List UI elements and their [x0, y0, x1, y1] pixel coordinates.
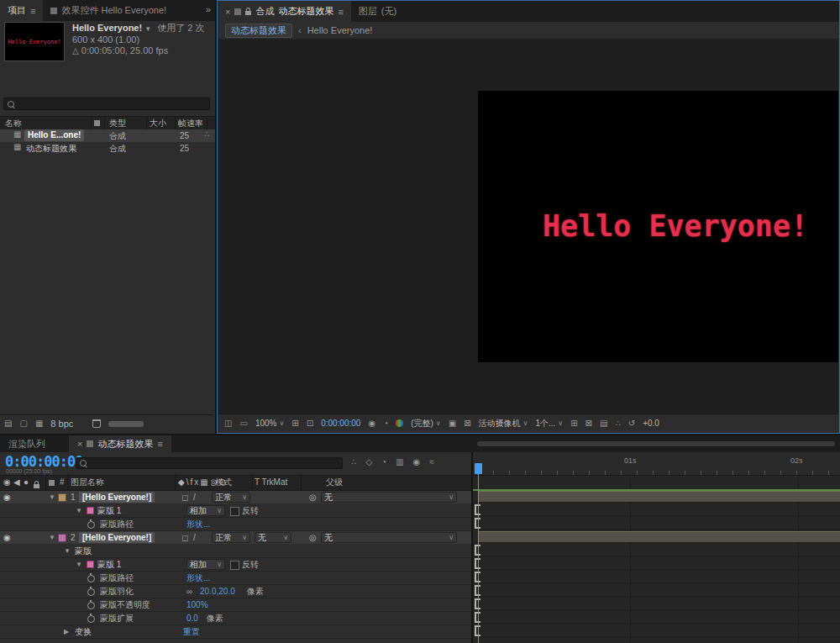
twirl-down-icon[interactable]: ▼ — [76, 558, 82, 572]
column-size[interactable]: 大小 — [150, 117, 166, 130]
camera-view-dropdown[interactable]: 活动摄像机 ∨ — [479, 418, 528, 430]
fast-preview-icon[interactable]: ⊠ — [585, 419, 592, 428]
tab-layer[interactable]: 图层 (无) — [351, 1, 404, 22]
property-row-mask-opacity[interactable]: 蒙版不透明度 100% — [0, 598, 471, 612]
composition-flowchart-icon[interactable]: ∴ — [204, 130, 209, 139]
track-row[interactable] — [473, 556, 840, 570]
always-preview-icon[interactable]: ◫ — [224, 419, 232, 428]
draft-3d-icon[interactable]: ◇ — [365, 458, 372, 466]
composition-canvas[interactable]: Hello Everyone! — [478, 91, 838, 362]
layer-bar-row[interactable] — [473, 530, 840, 543]
take-snapshot-icon[interactable]: ◉ — [368, 419, 375, 428]
property-row-mask-expansion[interactable]: 蒙版扩展 0.0 像素 — [0, 612, 471, 625]
twirl-down-icon[interactable]: ▼ — [64, 545, 71, 558]
mask-name[interactable]: 蒙版 1 — [97, 504, 121, 518]
group-row-masks[interactable]: ▼ 蒙版 — [0, 545, 471, 558]
twirl-down-icon[interactable]: ▼ — [49, 491, 55, 504]
tab-project[interactable]: 项目 ≡ — [0, 0, 43, 21]
close-icon[interactable]: × — [225, 7, 230, 17]
invert-checkbox[interactable] — [230, 561, 239, 570]
track-row[interactable] — [473, 543, 840, 556]
group-row-transform[interactable]: ▶ 变换 重置 — [0, 625, 471, 639]
project-row-hello-everyone[interactable]: ▦ Hello E...one! 合成 25 ∴ — [0, 129, 215, 142]
blend-mode-dropdown[interactable]: 正常 ∨ — [212, 532, 250, 543]
main-viewer-icon[interactable]: ▭ — [239, 419, 247, 428]
item-name[interactable]: Hello E...one! — [24, 129, 84, 141]
panel-menu-icon[interactable]: ≡ — [157, 439, 162, 449]
column-parent[interactable]: 父级 — [326, 476, 343, 489]
column-mode[interactable]: 模式 — [215, 476, 232, 489]
composition-mini-flowchart-icon[interactable]: ∴ — [351, 458, 356, 466]
column-fps[interactable]: 帧速率 — [178, 117, 203, 130]
layer-name[interactable]: [Hello Everyone!] — [79, 532, 155, 543]
flowchart-icon[interactable]: ∴ — [615, 419, 620, 428]
collapse-switch-icon[interactable]: ◻ — [181, 493, 188, 502]
collapse-switch-icon[interactable]: ◻ — [181, 534, 188, 542]
mask-row[interactable]: ▼ 蒙版 1 相加 ∨ 反转 — [0, 504, 471, 518]
mask-visibility-icon[interactable]: ⊡ — [307, 419, 313, 428]
layer-duration-bar[interactable] — [478, 491, 840, 502]
track-row[interactable] — [473, 597, 840, 610]
time-navigator-bar[interactable] — [477, 441, 835, 446]
reset-link[interactable]: 重置 — [183, 625, 200, 639]
composition-thumbnail[interactable]: Hello Everyone! — [5, 23, 64, 61]
graph-editor-icon[interactable]: ≈ — [429, 458, 434, 466]
property-value-link[interactable]: 形状... — [186, 572, 210, 585]
property-row-mask-path[interactable]: 蒙版路径 形状... — [0, 518, 471, 531]
show-channel-icon[interactable] — [396, 419, 403, 427]
property-name[interactable]: 蒙版路径 — [100, 518, 134, 531]
column-name[interactable]: 名称 — [5, 117, 22, 130]
invert-checkbox[interactable] — [230, 507, 239, 516]
view-layout-dropdown[interactable]: 1个... ∨ — [535, 418, 563, 430]
tab-timeline-comp[interactable]: × 动态标题效果 ≡ — [69, 435, 171, 452]
video-eye-icon[interactable]: ◉ — [3, 491, 11, 504]
twirl-right-icon[interactable]: ▶ — [64, 625, 69, 639]
tab-effect-controls[interactable]: 效果控件 Hello Everyone! — [43, 0, 174, 21]
property-name[interactable]: 蒙版路径 — [100, 572, 134, 585]
property-row-mask-feather[interactable]: 蒙版羽化 ∞ 20.0,20.0 像素 — [0, 585, 471, 598]
group-name[interactable]: 变换 — [75, 625, 92, 639]
stopwatch-icon[interactable] — [87, 602, 95, 609]
layer-bar-row[interactable] — [473, 489, 840, 503]
group-name[interactable]: 蒙版 — [75, 545, 92, 558]
parent-dropdown[interactable]: 无 ∨ — [321, 532, 457, 543]
shy-layers-icon[interactable]: ◔ — [381, 458, 386, 466]
column-type[interactable]: 类型 — [109, 117, 126, 130]
composition-viewer[interactable]: Hello Everyone! — [218, 40, 838, 414]
resolution-dropdown[interactable]: (完整) ∨ — [411, 418, 441, 430]
mask-color-swatch[interactable] — [87, 507, 94, 514]
timeline-button-icon[interactable]: ▤ — [600, 419, 607, 428]
track-row[interactable] — [473, 583, 840, 597]
track-row[interactable] — [473, 624, 840, 637]
label-column-icon[interactable] — [94, 120, 100, 126]
current-time-indicator-line[interactable] — [478, 473, 479, 643]
property-row-mask-path[interactable]: 蒙版路径 形状... — [0, 572, 471, 585]
link-icon[interactable]: ∞ — [186, 588, 192, 596]
new-folder-icon[interactable]: ▢ — [19, 419, 27, 428]
twirl-down-icon[interactable]: ▼ — [49, 531, 55, 545]
layer-duration-bar[interactable] — [478, 531, 840, 542]
preview-timecode[interactable]: 0:00:00:00 — [321, 419, 360, 428]
time-ruler[interactable]: 01s 02s — [473, 452, 840, 476]
project-search-input[interactable] — [3, 98, 210, 110]
track-row[interactable] — [473, 570, 840, 583]
stopwatch-icon[interactable] — [87, 575, 95, 582]
stopwatch-icon[interactable] — [87, 588, 95, 596]
parent-pickwhip-icon[interactable]: ◎ — [309, 531, 317, 545]
exposure-value[interactable]: +0.0 — [643, 419, 659, 428]
tab-render-queue[interactable]: 渲染队列 — [0, 435, 54, 452]
twirl-down-icon[interactable]: ▼ — [76, 504, 82, 518]
quality-switch-icon[interactable]: / — [193, 491, 196, 504]
tab-composition[interactable]: × 合成 动态标题效果 ≡ — [218, 1, 351, 22]
pixel-aspect-icon[interactable]: ⊞ — [570, 419, 577, 428]
video-eye-icon[interactable]: ◉ — [3, 531, 11, 545]
column-trkmat[interactable]: T TrkMat — [255, 476, 287, 489]
project-bit-depth[interactable]: 8 bpc — [50, 419, 73, 429]
property-name[interactable]: 蒙版羽化 — [100, 585, 134, 598]
panel-menu-icon[interactable]: ≡ — [30, 6, 35, 16]
mask-mode-dropdown[interactable]: 相加 ∨ — [186, 559, 225, 570]
mask-color-swatch[interactable] — [87, 561, 94, 568]
label-color-chip[interactable] — [58, 534, 66, 542]
new-composition-icon[interactable]: ▦ — [35, 419, 43, 428]
layer-name[interactable]: [Hello Everyone!] — [79, 492, 155, 503]
